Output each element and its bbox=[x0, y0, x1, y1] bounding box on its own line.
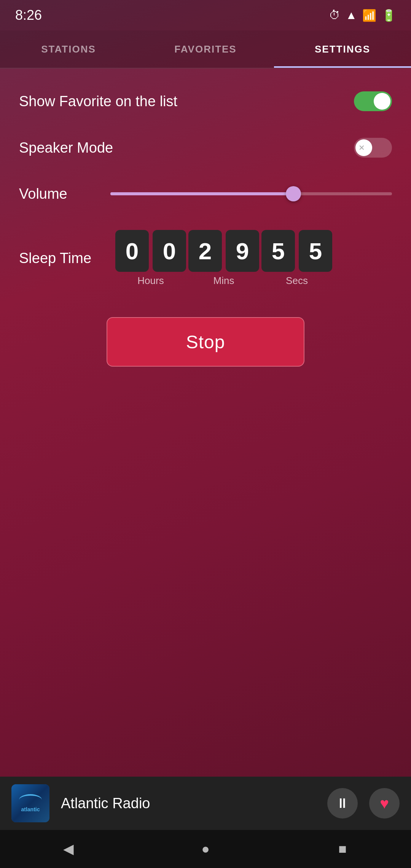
mins-digit-1[interactable]: 9 bbox=[226, 230, 259, 272]
mins-digits: 2 9 bbox=[187, 230, 260, 272]
nav-bar: ◀ ● ■ bbox=[0, 830, 411, 868]
logo-wave bbox=[19, 794, 42, 806]
stop-button-container: Stop bbox=[19, 317, 392, 367]
heart-icon: ♥ bbox=[380, 795, 389, 812]
favorite-button[interactable]: ♥ bbox=[369, 788, 400, 819]
sleep-time-digits: 0 0 Hours 2 9 Mins 5 5 Secs bbox=[114, 230, 333, 287]
tab-settings[interactable]: SETTINGS bbox=[274, 30, 411, 68]
secs-label: Secs bbox=[286, 275, 308, 287]
volume-slider-track bbox=[110, 192, 392, 195]
mins-digit-0[interactable]: 2 bbox=[188, 230, 222, 272]
player-controls: ⏸ ♥ bbox=[327, 788, 400, 819]
speaker-mode-toggle[interactable] bbox=[354, 138, 392, 158]
volume-slider-container[interactable] bbox=[110, 184, 392, 203]
station-logo: atlantic bbox=[11, 784, 49, 822]
wifi-icon: ▲ bbox=[346, 9, 357, 22]
volume-slider-thumb[interactable] bbox=[286, 186, 301, 201]
hours-group: 0 0 Hours bbox=[114, 230, 187, 287]
show-favorite-row: Show Favorite on the list bbox=[19, 91, 392, 111]
volume-row: Volume bbox=[19, 184, 392, 203]
toggle-knob-favorite bbox=[374, 93, 390, 110]
show-favorite-label: Show Favorite on the list bbox=[19, 93, 177, 110]
stop-button[interactable]: Stop bbox=[107, 317, 304, 367]
sleep-time-label: Sleep Time bbox=[19, 250, 103, 266]
toggle-knob-speaker bbox=[355, 139, 372, 156]
tab-bar: STATIONS FAVORITES SETTINGS bbox=[0, 30, 411, 69]
back-button[interactable]: ◀ bbox=[57, 838, 80, 860]
mins-group: 2 9 Mins bbox=[187, 230, 260, 287]
home-button[interactable]: ● bbox=[194, 838, 217, 860]
pause-icon: ⏸ bbox=[336, 795, 349, 811]
timer-icon: ⏱ bbox=[329, 9, 340, 22]
hours-digits: 0 0 bbox=[114, 230, 187, 272]
secs-digit-1[interactable]: 5 bbox=[299, 230, 332, 272]
station-name: Atlantic Radio bbox=[61, 795, 316, 812]
secs-digit-0[interactable]: 5 bbox=[261, 230, 295, 272]
tab-favorites[interactable]: FAVORITES bbox=[137, 30, 274, 68]
recent-button[interactable]: ■ bbox=[331, 838, 354, 860]
now-playing-bar: atlantic Atlantic Radio ⏸ ♥ bbox=[0, 777, 411, 830]
home-icon: ● bbox=[201, 841, 210, 857]
settings-content: Show Favorite on the list Speaker Mode V… bbox=[0, 69, 411, 412]
volume-slider-fill bbox=[110, 192, 293, 195]
battery-icon: 🔋 bbox=[382, 9, 396, 22]
tab-stations[interactable]: STATIONS bbox=[0, 30, 137, 68]
speaker-mode-label: Speaker Mode bbox=[19, 140, 113, 156]
hours-digit-1[interactable]: 0 bbox=[153, 230, 186, 272]
hours-digit-0[interactable]: 0 bbox=[115, 230, 149, 272]
status-time: 8:26 bbox=[15, 7, 42, 23]
volume-label: Volume bbox=[19, 186, 95, 202]
secs-group: 5 5 Secs bbox=[260, 230, 333, 287]
back-icon: ◀ bbox=[63, 841, 74, 857]
mins-label: Mins bbox=[213, 275, 234, 287]
speaker-mode-row: Speaker Mode bbox=[19, 138, 392, 158]
show-favorite-toggle[interactable] bbox=[354, 91, 392, 111]
status-bar: 8:26 ⏱ ▲ 📶 🔋 bbox=[0, 0, 411, 30]
secs-digits: 5 5 bbox=[260, 230, 333, 272]
recent-icon: ■ bbox=[338, 841, 347, 857]
logo-text: atlantic bbox=[21, 806, 40, 812]
pause-button[interactable]: ⏸ bbox=[327, 788, 358, 819]
signal-icon: 📶 bbox=[362, 9, 376, 22]
hours-label: Hours bbox=[137, 275, 164, 287]
station-logo-inner: atlantic bbox=[11, 784, 49, 822]
sleep-time-row: Sleep Time 0 0 Hours 2 9 Mins bbox=[19, 230, 392, 287]
status-icons: ⏱ ▲ 📶 🔋 bbox=[329, 9, 396, 22]
